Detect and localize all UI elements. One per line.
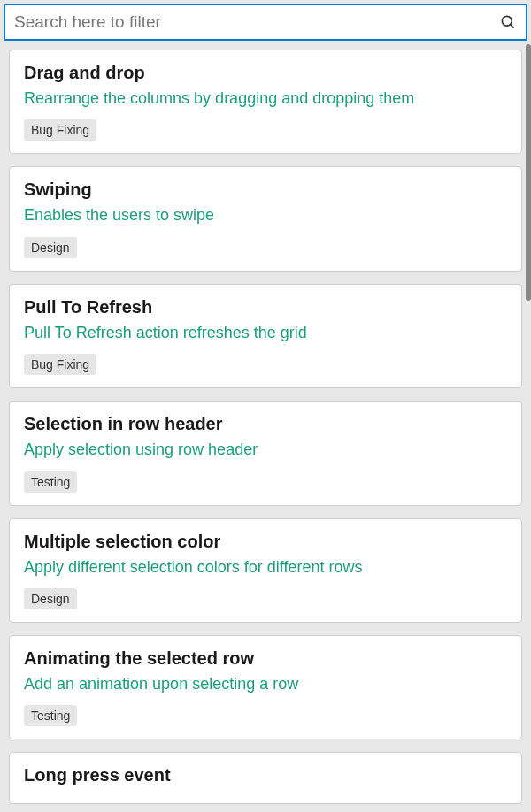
list-item[interactable]: Drag and drop Rearrange the columns by d…: [9, 50, 522, 154]
item-title: Animating the selected row: [24, 648, 507, 669]
list-item[interactable]: Multiple selection color Apply different…: [9, 518, 522, 623]
item-tag: Bug Fixing: [24, 354, 96, 375]
item-tag: Bug Fixing: [24, 119, 96, 141]
scrollbar-thumb[interactable]: [526, 44, 531, 301]
item-description: Enables the users to swipe: [24, 205, 507, 226]
item-title: Pull To Refresh: [24, 297, 507, 318]
list-item[interactable]: Swiping Enables the users to swipe Desig…: [9, 166, 522, 271]
list-item[interactable]: Long press event: [9, 752, 522, 804]
search-bar[interactable]: [4, 4, 527, 41]
item-description: Apply different selection colors for dif…: [24, 557, 507, 578]
item-description: Pull To Refresh action refreshes the gri…: [24, 323, 507, 343]
svg-point-0: [502, 16, 512, 26]
search-input[interactable]: [14, 12, 499, 32]
item-tag: Design: [24, 237, 77, 258]
item-tag: Testing: [24, 471, 77, 493]
svg-line-1: [511, 25, 514, 28]
list-item[interactable]: Animating the selected row Add an animat…: [9, 635, 522, 739]
item-description: Rearrange the columns by dragging and dr…: [24, 88, 507, 109]
list-item[interactable]: Selection in row header Apply selection …: [9, 401, 522, 505]
item-title: Swiping: [24, 180, 507, 200]
item-title: Selection in row header: [24, 414, 507, 434]
search-icon[interactable]: [499, 13, 517, 31]
list-item[interactable]: Pull To Refresh Pull To Refresh action r…: [9, 284, 522, 388]
list-container[interactable]: Drag and drop Rearrange the columns by d…: [0, 44, 531, 812]
item-tag: Testing: [24, 705, 77, 726]
item-title: Long press event: [24, 765, 507, 785]
item-title: Multiple selection color: [24, 532, 507, 552]
item-description: Apply selection using row header: [24, 440, 507, 460]
item-description: Add an animation upon selecting a row: [24, 674, 507, 694]
item-tag: Design: [24, 588, 77, 609]
item-title: Drag and drop: [24, 63, 507, 83]
